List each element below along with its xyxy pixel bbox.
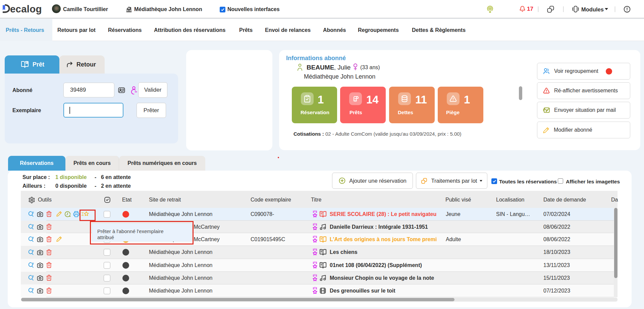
svg-text:ecalog: ecalog (10, 3, 42, 14)
